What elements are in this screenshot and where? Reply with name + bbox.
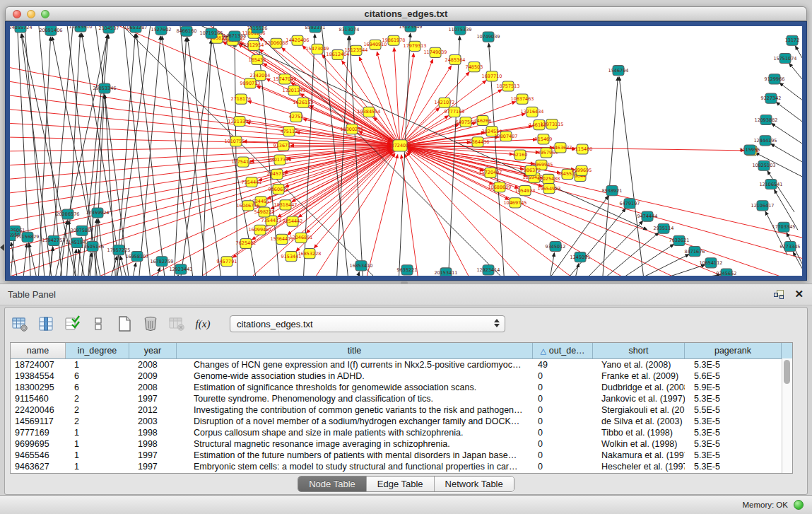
cell-pagerank[interactable]: 5.3E-5 bbox=[685, 393, 782, 404]
function-builder-icon[interactable]: f(x) bbox=[194, 315, 212, 333]
cell-title[interactable]: Estimation of significance thresholds fo… bbox=[177, 382, 533, 393]
column-header-name[interactable]: name bbox=[11, 343, 66, 358]
cell-title[interactable]: Investigating the contribution of common… bbox=[177, 404, 533, 416]
cell-year[interactable]: 1997 bbox=[129, 461, 177, 472]
cell-outde[interactable]: 0 bbox=[533, 427, 593, 438]
cell-indegree[interactable]: 1 bbox=[66, 450, 129, 461]
table-dropdown[interactable]: citations_edges.txt bbox=[230, 315, 505, 332]
table-row[interactable]: 1456911722003Disruption of a novel membe… bbox=[11, 416, 792, 427]
cell-pagerank[interactable]: 5.3E-5 bbox=[685, 416, 782, 427]
cell-indegree[interactable]: 1 bbox=[66, 438, 129, 450]
window-titlebar[interactable]: citations_edges.txt bbox=[5, 6, 807, 21]
row-height-icon[interactable] bbox=[89, 315, 107, 333]
cell-name[interactable]: 19384554 bbox=[11, 370, 66, 382]
cell-year[interactable]: 1997 bbox=[129, 393, 177, 404]
cell-year[interactable]: 1998 bbox=[129, 438, 177, 450]
cell-pagerank[interactable]: 5.3E-5 bbox=[685, 427, 782, 438]
cell-outde[interactable]: 49 bbox=[533, 359, 593, 370]
cell-short[interactable]: Hescheler et al. (1997) bbox=[593, 461, 685, 472]
cell-outde[interactable]: 0 bbox=[533, 382, 593, 393]
table-row[interactable]: 2242004622012Investigating the contribut… bbox=[11, 404, 792, 416]
column-header-outde[interactable]: △out_de… bbox=[533, 343, 593, 358]
memory-status-icon[interactable] bbox=[794, 500, 804, 510]
cell-title[interactable]: Disruption of a novel member of a sodium… bbox=[177, 416, 533, 427]
column-header-pagerank[interactable]: pagerank bbox=[685, 343, 782, 358]
cell-outde[interactable]: 0 bbox=[533, 461, 593, 472]
cell-year[interactable]: 1998 bbox=[129, 427, 177, 438]
cell-indegree[interactable]: 2 bbox=[66, 404, 129, 416]
cell-year[interactable]: 2009 bbox=[129, 370, 177, 382]
cell-outde[interactable]: 0 bbox=[533, 438, 593, 450]
cell-indegree[interactable]: 1 bbox=[66, 461, 129, 472]
cell-pagerank[interactable]: 5.9E-5 bbox=[685, 382, 782, 393]
table-row[interactable]: 1938455462009Genome-wide association stu… bbox=[11, 370, 792, 382]
cell-pagerank[interactable]: 5.3E-5 bbox=[685, 450, 782, 461]
delete-rows-icon[interactable] bbox=[141, 315, 160, 333]
cell-indegree[interactable]: 1 bbox=[66, 359, 129, 370]
column-header-year[interactable]: year bbox=[129, 343, 177, 358]
cell-pagerank[interactable]: 5.3E-5 bbox=[685, 461, 782, 472]
cell-outde[interactable]: 0 bbox=[533, 393, 593, 404]
tab-node-table[interactable]: Node Table bbox=[298, 477, 367, 491]
cell-title[interactable]: Embryonic stem cells: a model to study s… bbox=[177, 461, 533, 472]
cell-year[interactable]: 2012 bbox=[129, 404, 177, 416]
cell-short[interactable]: Jankovic et al. (1997) bbox=[593, 393, 685, 404]
cell-short[interactable]: Dudbridge et al. (2008) bbox=[593, 382, 685, 393]
cell-pagerank[interactable]: 5.6E-5 bbox=[685, 370, 782, 382]
cell-indegree[interactable]: 6 bbox=[66, 370, 129, 382]
table-row[interactable]: 946362711997Embryonic stem cells: a mode… bbox=[11, 461, 792, 472]
cell-title[interactable]: Estimation of the future numbers of pati… bbox=[177, 450, 533, 461]
cell-pagerank[interactable]: 5.5E-5 bbox=[685, 404, 782, 416]
float-panel-icon[interactable] bbox=[774, 290, 784, 299]
cell-name[interactable]: 9463627 bbox=[11, 461, 66, 472]
cell-title[interactable]: Structural magnetic resonance image aver… bbox=[177, 438, 533, 450]
cell-indegree[interactable]: 6 bbox=[66, 382, 129, 393]
table-settings-icon[interactable] bbox=[11, 315, 29, 333]
cell-name[interactable]: 14569117 bbox=[11, 416, 66, 427]
scrollbar-thumb[interactable] bbox=[784, 360, 790, 384]
cell-name[interactable]: 18300295 bbox=[11, 382, 66, 393]
cell-name[interactable]: 9699695 bbox=[11, 438, 66, 450]
close-panel-icon[interactable]: ✕ bbox=[794, 288, 804, 300]
cell-outde[interactable]: 0 bbox=[533, 450, 593, 461]
cell-short[interactable]: Stergiakouli et al. (2012) bbox=[593, 404, 685, 416]
cell-pagerank[interactable]: 5.3E-5 bbox=[685, 359, 782, 370]
table-row[interactable]: 1830029562008Estimation of significance … bbox=[11, 382, 792, 393]
new-table-icon[interactable] bbox=[115, 315, 134, 333]
cell-year[interactable]: 2008 bbox=[129, 382, 177, 393]
column-header-title[interactable]: title bbox=[177, 343, 533, 358]
network-graph-canvas[interactable]: 1872400718861232118612367663822986012559… bbox=[10, 26, 802, 276]
table-vertical-scrollbar[interactable] bbox=[782, 358, 792, 473]
cell-title[interactable]: Genome-wide association studies in ADHD. bbox=[177, 370, 533, 382]
tab-network-table[interactable]: Network Table bbox=[435, 477, 514, 491]
cell-title[interactable]: Corpus callosum shape and size in male p… bbox=[177, 427, 533, 438]
cell-outde[interactable]: 0 bbox=[533, 404, 593, 416]
cell-outde[interactable]: 0 bbox=[533, 416, 593, 427]
cell-title[interactable]: Changes of HCN gene expression and I(f) … bbox=[177, 359, 533, 370]
tab-edge-table[interactable]: Edge Table bbox=[367, 477, 435, 491]
cell-indegree[interactable]: 2 bbox=[66, 393, 129, 404]
collapse-panel-arrow-icon[interactable] bbox=[0, 244, 4, 251]
cell-title[interactable]: Tourette syndrome. Phenomenology and cla… bbox=[177, 393, 533, 404]
table-row[interactable]: 1872400712008Changes of HCN gene express… bbox=[11, 359, 792, 370]
cell-name[interactable]: 22420046 bbox=[11, 404, 66, 416]
table-row[interactable]: 946554611997Estimation of the future num… bbox=[11, 450, 792, 461]
select-rows-icon[interactable] bbox=[63, 315, 81, 333]
cell-pagerank[interactable]: 5.3E-5 bbox=[685, 438, 782, 450]
table-row[interactable]: 969969511998Structural magnetic resonanc… bbox=[11, 438, 792, 450]
table-row[interactable]: 911546021997Tourette syndrome. Phenomeno… bbox=[11, 393, 792, 404]
cell-short[interactable]: Nakamura et al. (1997) bbox=[593, 450, 685, 461]
cell-short[interactable]: de Silva et al. (2003) bbox=[593, 416, 685, 427]
cell-name[interactable]: 9465546 bbox=[11, 450, 66, 461]
cell-indegree[interactable]: 2 bbox=[66, 416, 129, 427]
cell-year[interactable]: 1997 bbox=[129, 450, 177, 461]
cell-short[interactable]: Yano et al. (2008) bbox=[593, 359, 685, 370]
show-column-icon[interactable] bbox=[37, 315, 55, 333]
cell-name[interactable]: 18724007 bbox=[11, 359, 66, 370]
cell-indegree[interactable]: 1 bbox=[66, 427, 129, 438]
table-row[interactable]: 977716911998Corpus callosum shape and si… bbox=[11, 427, 792, 438]
cell-short[interactable]: Wolkin et al. (1998) bbox=[593, 438, 685, 450]
cell-short[interactable]: Tibbo et al. (1998) bbox=[593, 427, 685, 438]
column-header-indegree[interactable]: in_degree bbox=[66, 343, 129, 358]
column-header-short[interactable]: short bbox=[593, 343, 685, 358]
